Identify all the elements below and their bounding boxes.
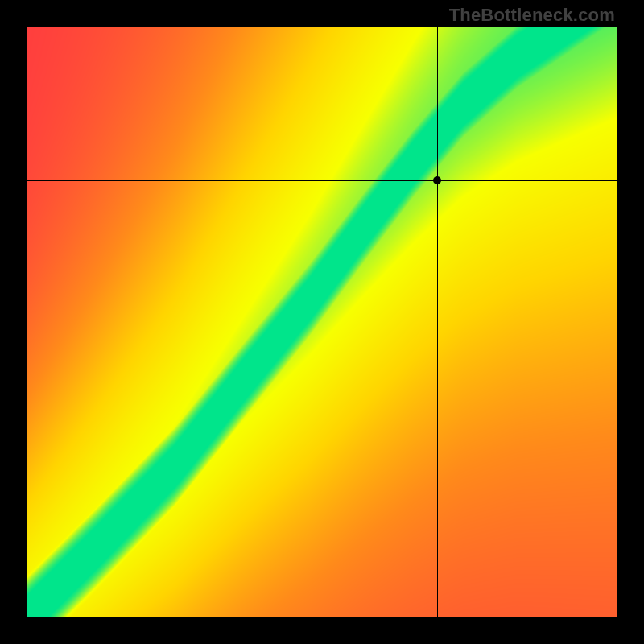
heatmap-canvas bbox=[27, 27, 617, 617]
crosshair-horizontal bbox=[27, 180, 617, 181]
chart-frame: TheBottleneck.com bbox=[0, 0, 644, 644]
selection-marker[interactable] bbox=[433, 176, 441, 184]
crosshair-vertical bbox=[437, 27, 438, 617]
watermark-text: TheBottleneck.com bbox=[449, 5, 615, 26]
heatmap-plot bbox=[27, 27, 617, 617]
